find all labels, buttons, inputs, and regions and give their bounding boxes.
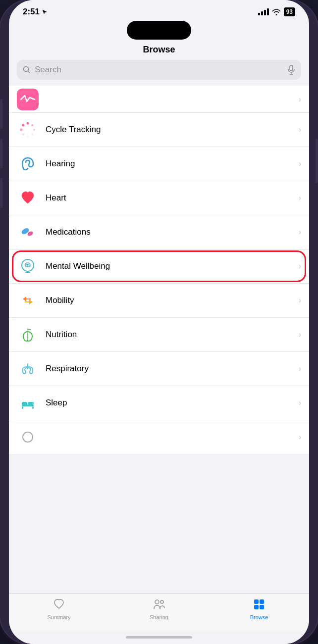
mental-wellbeing-icon <box>17 255 39 277</box>
chevron-icon: › <box>299 95 301 104</box>
svg-point-8 <box>31 124 33 126</box>
list-item-heart-label: Heart <box>46 193 299 203</box>
location-icon <box>42 9 48 15</box>
heart-icon <box>17 187 39 209</box>
list-item-hearing[interactable]: Hearing › <box>9 147 309 181</box>
list-item-nutrition-label: Nutrition <box>46 330 299 340</box>
chevron-icon: › <box>299 433 301 442</box>
chevron-icon: › <box>299 194 301 202</box>
list-item-sleep-label: Sleep <box>46 398 299 408</box>
svg-rect-39 <box>260 599 264 604</box>
svg-rect-31 <box>28 402 34 404</box>
mic-icon <box>287 65 295 75</box>
list-item-other[interactable]: › <box>9 420 309 454</box>
phone-frame: 2:51 <box>0 0 318 644</box>
list-container: › <box>9 86 309 594</box>
svg-rect-33 <box>32 406 34 409</box>
list-item-heart[interactable]: Heart › <box>9 181 309 215</box>
svg-point-37 <box>160 600 163 603</box>
chevron-icon: › <box>299 228 301 237</box>
search-icon <box>23 66 31 74</box>
power-button <box>316 139 318 183</box>
svg-rect-30 <box>22 402 27 406</box>
browse-icon <box>253 598 265 613</box>
nav-title: Browse <box>9 43 309 60</box>
svg-rect-38 <box>254 599 259 604</box>
chevron-icon: › <box>299 398 301 407</box>
svg-point-11 <box>27 135 29 137</box>
silent-switch <box>0 178 2 208</box>
tab-browse[interactable]: Browse <box>209 598 309 620</box>
home-indicator <box>9 630 309 644</box>
list-item-medications[interactable]: Medications › <box>9 215 309 249</box>
svg-point-14 <box>22 124 24 126</box>
list-item-hearing-label: Hearing <box>46 159 299 169</box>
svg-point-36 <box>155 600 159 604</box>
dynamic-island <box>127 21 191 40</box>
health-categories-list: › <box>9 86 309 454</box>
list-item-mobility[interactable]: Mobility › <box>9 284 309 318</box>
list-item-nutrition[interactable]: Nutrition › <box>9 318 309 352</box>
battery-icon: 93 <box>284 7 295 16</box>
list-item-cycle-tracking[interactable]: Cycle Tracking › <box>9 113 309 147</box>
status-time: 2:51 <box>23 7 48 17</box>
svg-point-12 <box>22 133 24 135</box>
cycle-tracking-icon <box>17 119 39 141</box>
tab-sharing[interactable]: Sharing <box>109 598 209 620</box>
svg-rect-41 <box>260 605 264 609</box>
tab-summary[interactable]: Summary <box>9 598 109 620</box>
tab-sharing-label: Sharing <box>150 614 168 620</box>
status-bar: 2:51 <box>9 0 309 21</box>
chevron-icon: › <box>299 262 301 271</box>
volume-up-button <box>0 99 2 129</box>
nutrition-icon <box>17 324 39 346</box>
svg-point-13 <box>20 129 23 131</box>
list-item-mobility-label: Mobility <box>46 296 299 305</box>
svg-point-10 <box>31 133 33 135</box>
list-item-sleep[interactable]: Sleep › <box>9 386 309 420</box>
respiratory-icon <box>17 358 39 380</box>
svg-rect-34 <box>17 426 39 448</box>
list-item-activity[interactable]: › <box>9 86 309 113</box>
svg-line-1 <box>28 71 30 73</box>
wifi-icon <box>272 8 281 15</box>
home-bar <box>126 636 192 639</box>
summary-icon <box>53 598 65 613</box>
phone-screen: 2:51 <box>9 0 309 644</box>
chevron-icon: › <box>299 125 301 134</box>
list-item-mental-wellbeing[interactable]: Mental Wellbeing › <box>9 249 309 284</box>
tab-bar: Summary Sharing <box>9 594 309 630</box>
mobility-icon <box>17 290 39 311</box>
tab-browse-label: Browse <box>250 614 268 620</box>
svg-point-7 <box>27 122 29 125</box>
svg-rect-2 <box>290 65 293 71</box>
svg-rect-40 <box>254 605 259 609</box>
sleep-icon <box>17 392 39 414</box>
list-item-medications-label: Medications <box>46 227 299 237</box>
search-bar[interactable]: Search <box>17 60 301 80</box>
signal-bars-icon <box>258 8 269 15</box>
list-item-respiratory-label: Respiratory <box>46 364 299 374</box>
search-placeholder: Search <box>35 65 283 75</box>
list-item-respiratory[interactable]: Respiratory › <box>9 352 309 386</box>
svg-rect-32 <box>22 406 23 409</box>
sharing-icon <box>153 598 165 613</box>
chevron-icon: › <box>299 364 301 373</box>
svg-rect-15 <box>17 153 39 175</box>
chevron-icon: › <box>299 330 301 339</box>
medications-icon <box>17 221 39 243</box>
list-item-cycle-tracking-label: Cycle Tracking <box>46 125 299 135</box>
status-icons: 93 <box>258 7 295 16</box>
activity-icon <box>17 89 39 110</box>
chevron-icon: › <box>299 159 301 168</box>
svg-rect-24 <box>17 290 39 311</box>
svg-point-9 <box>33 129 35 131</box>
volume-down-button <box>0 139 2 168</box>
hearing-icon <box>17 153 39 175</box>
tab-summary-label: Summary <box>47 614 70 620</box>
list-item-mental-wellbeing-label: Mental Wellbeing <box>46 261 299 271</box>
chevron-icon: › <box>299 296 301 305</box>
other-icon <box>17 426 39 448</box>
